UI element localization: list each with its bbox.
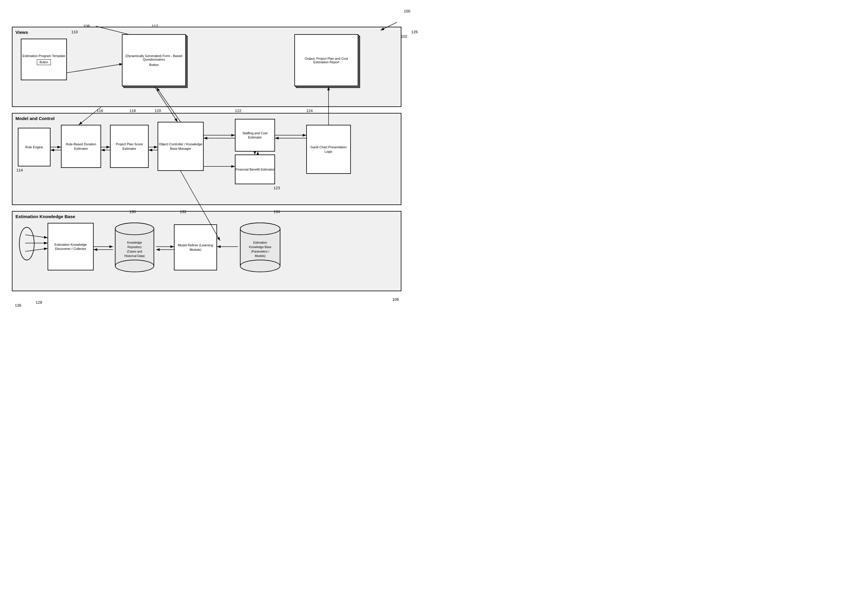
rule-based-duration-box: Rule-Based Duration Estimator (61, 125, 101, 168)
knowledge-base-title: Estimation Knowledge Base (15, 214, 75, 219)
dynamic-forms-label: (Dynamically Generated) Form - Based Que… (125, 54, 183, 61)
ref-102: 102 (401, 34, 407, 39)
ref-123: 123 (273, 186, 280, 190)
gantt-chart-box: Gantt Chart Presentation Logic (306, 125, 351, 174)
estimation-program-template-box: Estimation Program Template Button (21, 39, 67, 80)
project-plan-score-label: Project Plan Score Estimator (110, 142, 148, 151)
estimation-knowledge-discoverer-label: Estimation Knowledge Discoverer / Collec… (48, 242, 93, 251)
financial-benefit-box: Financial Benefit Estimator (235, 154, 275, 184)
gantt-chart-label: Gantt Chart Presentation Logic (307, 145, 350, 154)
dynamic-forms-button[interactable]: Button (149, 63, 159, 67)
views-title: Views (15, 30, 28, 35)
ellipse-input (18, 226, 36, 263)
svg-text:Knowledge Base: Knowledge Base (249, 245, 271, 249)
ref-124: 124 (306, 109, 313, 113)
svg-point-15 (240, 260, 280, 272)
svg-point-0 (19, 227, 34, 260)
staffing-cost-box: Staffing and Cost Estimator (235, 119, 275, 151)
ref-126: 126 (411, 30, 418, 34)
ref-106: 106 (392, 297, 399, 302)
svg-text:(Cases and: (Cases and (127, 250, 142, 253)
staffing-cost-label: Staffing and Cost Estimator (235, 131, 275, 140)
svg-point-5 (115, 260, 154, 272)
ref-108: 108 (83, 24, 90, 28)
ref-128: 128 (36, 300, 42, 305)
svg-text:Repository: Repository (128, 245, 142, 249)
ref-114: 114 (16, 168, 23, 172)
project-plan-score-box: Project Plan Score Estimator (110, 125, 148, 168)
svg-point-16 (240, 223, 280, 235)
svg-text:Knowledge: Knowledge (127, 241, 142, 244)
model-control-title: Model and Control (15, 116, 55, 121)
ref-112: 112 (151, 24, 158, 28)
svg-point-6 (115, 223, 154, 235)
financial-benefit-label: Financial Benefit Estimator (235, 167, 275, 172)
estimation-program-template-label: Estimation Program Template (22, 54, 65, 58)
ref-132: 132 (180, 210, 187, 214)
model-refiner-box: Model Refiner (Learning Module) (174, 224, 217, 270)
ref-130: 130 (129, 210, 136, 214)
svg-text:Historical Data): Historical Data) (124, 254, 144, 258)
object-controller-label: Object Controller / Knowledge Base Manag… (158, 142, 203, 151)
ref-118: 118 (129, 109, 136, 113)
model-refiner-label: Model Refiner (Learning Module) (175, 243, 216, 252)
svg-text:Models): Models) (255, 254, 266, 258)
rule-engine-label: Rule Engine (25, 145, 43, 149)
ref-120: 120 (154, 109, 161, 113)
object-controller-box: Object Controller / Knowledge Base Manag… (157, 122, 204, 171)
estimation-template-button[interactable]: Button (37, 59, 51, 65)
ref-134: 134 (273, 210, 280, 214)
diagram-container: 100 126 102 Views Model and Control Esti… (12, 18, 410, 300)
knowledge-repository-cylinder: Knowledge Repository (Cases and Historic… (113, 221, 156, 273)
ref-100: 100 (404, 9, 410, 13)
estimation-kb-cylinder: Estimation Knowledge Base (Parameters / … (238, 221, 282, 273)
ref-136: 136 (15, 303, 21, 308)
rule-based-duration-label: Rule-Based Duration Estimator (62, 142, 100, 151)
ref-110: 110 (71, 30, 78, 34)
svg-text:(Parameters /: (Parameters / (251, 250, 269, 253)
estimation-knowledge-discoverer-box: Estimation Knowledge Discoverer / Collec… (48, 223, 94, 270)
svg-text:Estimation: Estimation (253, 241, 267, 244)
ref-122: 122 (235, 109, 241, 113)
ref-116: 116 (97, 109, 103, 113)
output-label: Output: Project Plan and Cost Estimation… (297, 57, 355, 64)
rule-engine-box: Rule Engine (18, 128, 50, 166)
